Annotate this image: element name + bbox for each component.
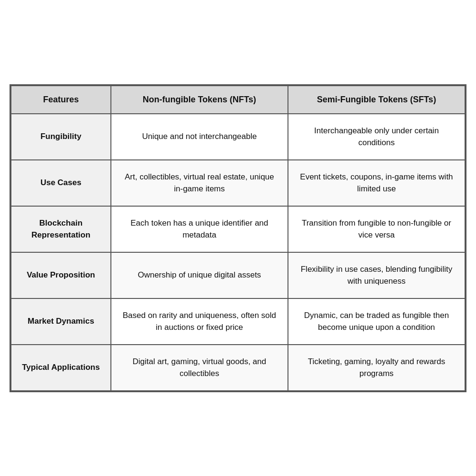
table-row: Typical ApplicationsDigital art, gaming,… [11, 345, 465, 391]
comparison-table: Features Non-fungible Tokens (NFTs) Semi… [10, 84, 466, 392]
sft-cell-3: Flexibility in use cases, blending fungi… [288, 252, 465, 298]
table-row: Value PropositionOwnership of unique dig… [11, 252, 465, 298]
sft-cell-2: Transition from fungible to non-fungible… [288, 206, 465, 252]
sft-cell-4: Dynamic, can be traded as fungible then … [288, 298, 465, 345]
table-row: FungibilityUnique and not interchangeabl… [11, 114, 465, 160]
table-row: Market DynamicsBased on rarity and uniqu… [11, 298, 465, 345]
sft-cell-0: Interchangeable only under certain condi… [288, 114, 465, 160]
feature-cell-1: Use Cases [11, 160, 111, 206]
feature-cell-2: Blockchain Representation [11, 206, 111, 252]
table-header-row: Features Non-fungible Tokens (NFTs) Semi… [11, 86, 465, 114]
header-sft: Semi-Fungible Tokens (SFTs) [288, 86, 465, 114]
sft-cell-1: Event tickets, coupons, in-game items wi… [288, 160, 465, 206]
nft-cell-2: Each token has a unique identifier and m… [111, 206, 288, 252]
nft-cell-4: Based on rarity and uniqueness, often so… [111, 298, 288, 345]
table-row: Use CasesArt, collectibles, virtual real… [11, 160, 465, 206]
nft-cell-1: Art, collectibles, virtual real estate, … [111, 160, 288, 206]
header-nft: Non-fungible Tokens (NFTs) [111, 86, 288, 114]
nft-cell-0: Unique and not interchangeable [111, 114, 288, 160]
table-row: Blockchain RepresentationEach token has … [11, 206, 465, 252]
feature-cell-3: Value Proposition [11, 252, 111, 298]
header-features: Features [11, 86, 111, 114]
feature-cell-0: Fungibility [11, 114, 111, 160]
sft-cell-5: Ticketing, gaming, loyalty and rewards p… [288, 345, 465, 391]
feature-cell-5: Typical Applications [11, 345, 111, 391]
nft-cell-5: Digital art, gaming, virtual goods, and … [111, 345, 288, 391]
feature-cell-4: Market Dynamics [11, 298, 111, 345]
nft-cell-3: Ownership of unique digital assets [111, 252, 288, 298]
